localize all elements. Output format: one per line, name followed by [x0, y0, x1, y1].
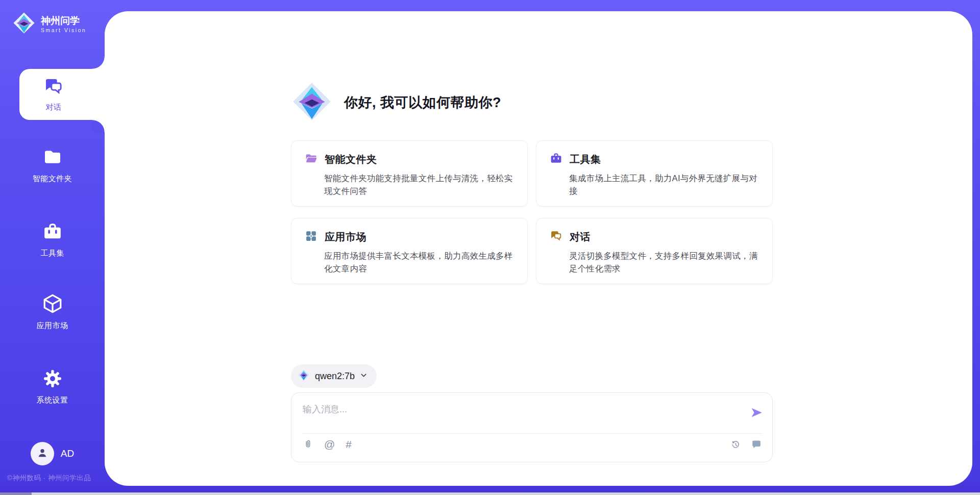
card-toolset[interactable]: 工具集 集成市场上主流工具，助力AI与外界无缝扩展与对接: [536, 140, 773, 207]
apps-grid-icon: [305, 230, 317, 244]
diamond-logo-icon: [298, 369, 310, 383]
app-logo-diamond-icon: [291, 81, 333, 125]
send-icon[interactable]: [749, 405, 764, 419]
sidebar-item-label: 应用市场: [37, 321, 68, 331]
main-content-panel: 你好, 我可以如何帮助你? 智能文件夹 智能文件夹功能支持批量文件上传与清洗，轻…: [105, 11, 972, 486]
chevron-down-icon: [360, 372, 368, 381]
sidebar-item-label: 系统设置: [37, 395, 68, 405]
sidebar-item-label: 对话: [46, 103, 62, 112]
person-icon: [36, 446, 49, 461]
sidebar-item-app-market[interactable]: 应用市场: [0, 293, 105, 331]
folder-open-icon: [305, 152, 317, 167]
message-input[interactable]: [303, 401, 726, 417]
copyright-footer: ©神州数码 · 神州问学出品: [7, 474, 91, 483]
card-description: 应用市场提供丰富长文本模板，助力高效生成多样化文章内容: [324, 250, 514, 275]
brand-logo-diamond-icon: [12, 11, 36, 37]
brand-name: 神州问学: [41, 15, 86, 27]
gear-icon: [42, 368, 63, 391]
card-description: 集成市场上主流工具，助力AI与外界无缝扩展与对接: [569, 172, 759, 197]
cube-icon: [42, 293, 63, 316]
user-initials: AD: [61, 448, 74, 459]
card-title: 应用市场: [325, 230, 366, 244]
sidebar-item-chat[interactable]: 对话: [19, 69, 105, 120]
hero: 你好, 我可以如何帮助你?: [291, 81, 501, 125]
model-selector[interactable]: qwen2:7b: [291, 364, 377, 388]
folder-icon: [42, 147, 63, 169]
mention-icon[interactable]: @: [324, 439, 335, 450]
sidebar-item-toolset[interactable]: 工具集: [0, 221, 105, 258]
message-composer: @ #: [291, 392, 773, 462]
model-name: qwen2:7b: [315, 371, 355, 382]
card-title: 工具集: [570, 153, 601, 166]
chat-bubbles-icon: [43, 77, 64, 99]
sidebar-item-label: 智能文件夹: [33, 174, 72, 184]
sidebar-item-label: 工具集: [40, 249, 64, 258]
composer-divider: [302, 433, 762, 434]
tab-fillet-top: [92, 57, 105, 69]
chat-bubbles-icon: [550, 230, 562, 244]
hashtag-icon[interactable]: #: [346, 439, 352, 450]
toolbox-icon: [550, 152, 562, 167]
brand-subtitle: Smart Vision: [41, 27, 86, 33]
history-icon[interactable]: [730, 439, 741, 450]
attachment-icon[interactable]: [303, 439, 313, 450]
card-description: 灵活切换多模型文件，支持多样回复效果调试，满足个性化需求: [569, 250, 759, 275]
tab-fillet-bottom: [92, 120, 105, 132]
card-chat[interactable]: 对话 灵活切换多模型文件，支持多样回复效果调试，满足个性化需求: [536, 218, 773, 284]
sidebar-item-smart-folder[interactable]: 智能文件夹: [0, 147, 105, 184]
greeting-title: 你好, 我可以如何帮助你?: [344, 93, 501, 112]
card-smart-folder[interactable]: 智能文件夹 智能文件夹功能支持批量文件上传与清洗，轻松实现文件问答: [291, 140, 528, 207]
quick-reply-icon[interactable]: [751, 439, 762, 450]
feature-cards: 智能文件夹 智能文件夹功能支持批量文件上传与清洗，轻松实现文件问答 工具集 集成…: [291, 140, 773, 284]
user-account[interactable]: AD: [0, 442, 105, 465]
scrollbar-thumb[interactable]: [0, 492, 32, 495]
card-description: 智能文件夹功能支持批量文件上传与清洗，轻松实现文件问答: [324, 172, 514, 197]
brand: 神州问学 Smart Vision: [12, 11, 86, 37]
card-title: 智能文件夹: [325, 153, 377, 166]
avatar: [31, 442, 54, 465]
sidebar-item-settings[interactable]: 系统设置: [0, 368, 105, 405]
card-app-market[interactable]: 应用市场 应用市场提供丰富长文本模板，助力高效生成多样化文章内容: [291, 218, 528, 284]
toolbox-icon: [42, 221, 63, 244]
horizontal-scrollbar[interactable]: [0, 492, 980, 495]
card-title: 对话: [570, 230, 591, 244]
